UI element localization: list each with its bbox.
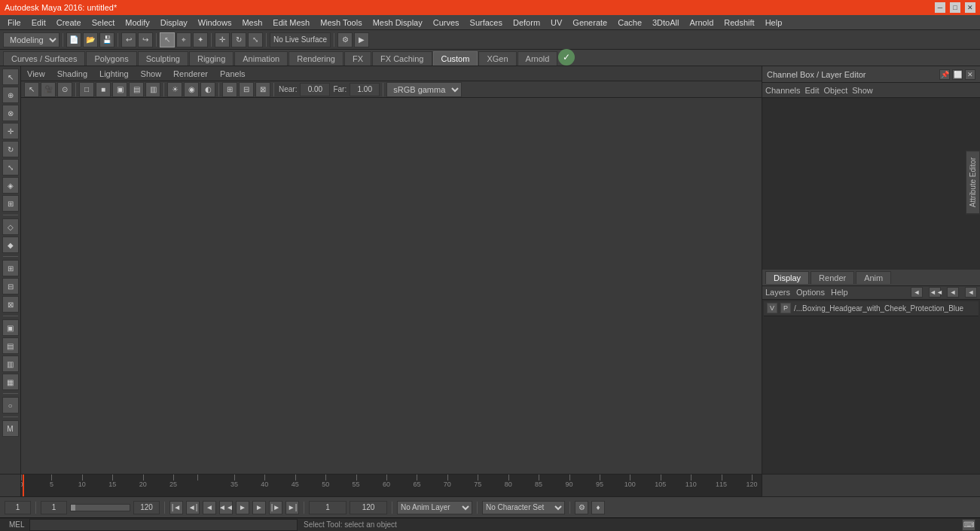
vp-shade2[interactable]: ■	[96, 82, 111, 97]
menu-arnold[interactable]: Arnold	[685, 17, 718, 29]
close-button[interactable]: ✕	[965, 2, 975, 13]
menu-redshift[interactable]: Redshift	[719, 17, 759, 29]
layer-remove-btn[interactable]: ◄◄	[929, 287, 941, 298]
tool3-lt[interactable]: ⊗	[2, 105, 19, 121]
new-file-button[interactable]: 📄	[66, 32, 81, 47]
layer-sort-btn[interactable]: ◄	[947, 287, 959, 298]
scale-lt[interactable]: ⤡	[2, 159, 19, 175]
maya-logo-lt[interactable]: M	[2, 420, 19, 437]
menu-3dtoall[interactable]: 3DtoAll	[648, 17, 683, 29]
render4-lt[interactable]: ▦	[2, 374, 19, 390]
menu-create[interactable]: Create	[52, 17, 86, 29]
menu-surfaces[interactable]: Surfaces	[466, 17, 507, 29]
layer-visible-btn[interactable]: V	[767, 303, 777, 313]
save-file-button[interactable]: 💾	[99, 32, 114, 47]
menu-edit-mesh[interactable]: Edit Mesh	[268, 17, 314, 29]
next-end-button[interactable]: ►|	[285, 501, 299, 514]
vp-menu-renderer[interactable]: Renderer	[170, 69, 211, 79]
channel-menu-channels[interactable]: Channels	[765, 86, 800, 95]
vp-light1[interactable]: ☀	[167, 82, 182, 97]
menu-uv[interactable]: UV	[546, 17, 566, 29]
render-button[interactable]: ▶	[354, 32, 369, 47]
menu-mesh-tools[interactable]: Mesh Tools	[316, 17, 366, 29]
vp-far-clip[interactable]	[350, 83, 380, 96]
render-settings-button[interactable]: ⚙	[337, 32, 353, 47]
channel-menu-object[interactable]: Object	[823, 86, 847, 95]
range-end-input[interactable]	[133, 501, 160, 514]
menu-edit[interactable]: Edit	[27, 17, 50, 29]
menu-file[interactable]: File	[3, 17, 26, 29]
select-tool-lt[interactable]: ↖	[2, 69, 19, 85]
tab-xgen[interactable]: XGen	[478, 51, 516, 66]
timeline-ruler[interactable]: 0510152025354045505560657075808590951001…	[21, 475, 762, 496]
menu-windows[interactable]: Windows	[194, 17, 237, 29]
anim-options-btn[interactable]: ⚙	[575, 501, 588, 514]
rotate-tool-button[interactable]: ↻	[231, 32, 246, 47]
vp-hud[interactable]: ⊟	[239, 82, 254, 97]
vp-menu-show[interactable]: Show	[138, 69, 165, 79]
tab-arnold[interactable]: Arnold	[517, 51, 558, 66]
undo-button[interactable]: ↩	[121, 32, 136, 47]
circle-lt[interactable]: ○	[2, 397, 19, 414]
open-file-button[interactable]: 📂	[83, 32, 98, 47]
vp-shadow[interactable]: ◐	[200, 82, 215, 97]
vp-shade3[interactable]: ▣	[112, 82, 127, 97]
vp-shade4[interactable]: ▤	[129, 82, 144, 97]
tab-render[interactable]: Render	[811, 271, 854, 284]
prev-frame-button[interactable]: ◄	[203, 501, 216, 514]
render3-lt[interactable]: ▥	[2, 356, 19, 372]
play-fwd-button[interactable]: ►	[236, 501, 249, 514]
prev-end-button[interactable]: |◄	[169, 501, 183, 514]
script-editor-btn[interactable]: ⌨	[962, 519, 975, 531]
tab-rendering[interactable]: Rendering	[289, 51, 343, 66]
move-tool-button[interactable]: ✛	[215, 32, 230, 47]
tab-display[interactable]: Display	[765, 271, 809, 284]
grid1-lt[interactable]: ⊞	[2, 260, 19, 276]
tab-fx-caching[interactable]: FX Caching	[372, 51, 432, 66]
render2-lt[interactable]: ▤	[2, 337, 19, 354]
tab-animation[interactable]: Animation	[234, 51, 288, 66]
grid2-lt[interactable]: ⊟	[2, 278, 19, 294]
vp-shade1[interactable]: □	[79, 82, 94, 97]
tab-custom[interactable]: Custom	[433, 51, 478, 66]
panel-close-button[interactable]: ✕	[965, 69, 975, 80]
anim-start-input[interactable]	[309, 501, 347, 514]
layer-options-btn[interactable]: ◄	[965, 287, 977, 298]
select-tool-button[interactable]: ↖	[160, 32, 175, 47]
rotate-lt[interactable]: ↻	[2, 141, 19, 157]
channel-menu-edit[interactable]: Edit	[804, 86, 819, 95]
vp-near-clip[interactable]	[300, 83, 330, 96]
menu-help[interactable]: Help	[761, 17, 787, 29]
redo-button[interactable]: ↪	[138, 32, 153, 47]
vp-menu-view[interactable]: View	[24, 69, 48, 79]
layer-menu-options[interactable]: Options	[796, 288, 825, 297]
paint-select-button[interactable]: ✦	[193, 32, 208, 47]
tab-rigging[interactable]: Rigging	[189, 51, 234, 66]
anim-key-btn[interactable]: ♦	[591, 501, 605, 514]
menu-cache[interactable]: Cache	[613, 17, 646, 29]
menu-deform[interactable]: Deform	[508, 17, 545, 29]
layer-add-btn[interactable]: ◄	[911, 287, 923, 298]
vp-light2[interactable]: ◉	[184, 82, 199, 97]
tab-anim[interactable]: Anim	[856, 271, 891, 284]
vp-menu-shading[interactable]: Shading	[54, 69, 90, 79]
module-selector[interactable]: Modeling	[3, 32, 60, 47]
tab-fx[interactable]: FX	[344, 51, 371, 66]
vp-menu-lighting[interactable]: Lighting	[96, 69, 132, 79]
panel-pin-button[interactable]: 📌	[939, 69, 950, 80]
maximize-button[interactable]: □	[950, 2, 960, 13]
vp-select-btn[interactable]: ↖	[24, 82, 39, 97]
menu-mesh-display[interactable]: Mesh Display	[368, 17, 427, 29]
menu-display[interactable]: Display	[156, 17, 192, 29]
play-back-button[interactable]: ◄◄	[219, 501, 233, 514]
tool8-lt[interactable]: ⊞	[2, 195, 19, 212]
menu-curves[interactable]: Curves	[429, 17, 464, 29]
next-frame-button[interactable]: ►	[252, 501, 266, 514]
tool7-lt[interactable]: ◈	[2, 177, 19, 194]
range-start-input[interactable]	[41, 501, 67, 514]
vp-cam-btn[interactable]: 🎥	[41, 82, 56, 97]
move-lt[interactable]: ✛	[2, 123, 19, 139]
channel-menu-show[interactable]: Show	[852, 86, 873, 95]
minimize-button[interactable]: ─	[935, 2, 945, 13]
vp-isolate-btn[interactable]: ⊙	[57, 82, 72, 97]
